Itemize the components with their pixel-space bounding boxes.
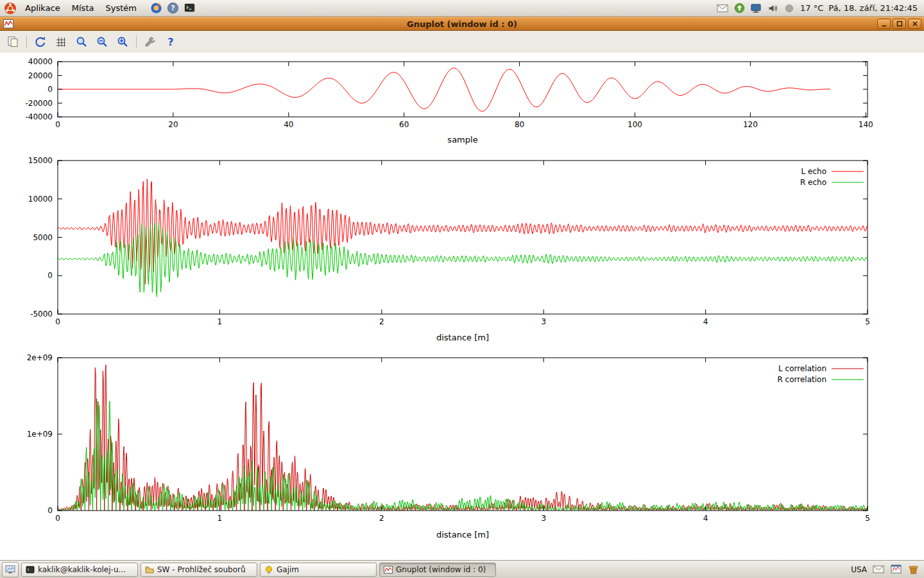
keyboard-layout-indicator[interactable]: USA	[851, 565, 867, 574]
x-tick-label: 4	[703, 317, 708, 326]
menu-system[interactable]: Systém	[99, 2, 142, 14]
titlebar-buttons	[877, 19, 924, 29]
toolbar-separator	[136, 35, 137, 48]
x-tick-label: 3	[541, 317, 546, 326]
x-tick-label: 40	[284, 120, 293, 129]
y-tick-label: 0	[47, 271, 53, 280]
zoom-next-icon[interactable]	[114, 33, 132, 51]
titlebar[interactable]: Gnuplot (window id : 0)	[0, 17, 924, 31]
y-tick-label: -20000	[25, 99, 53, 108]
task-gajim[interactable]: Gajim	[260, 563, 377, 577]
series-L-correlation	[58, 365, 868, 511]
mail-icon[interactable]	[873, 564, 884, 575]
legend-label: L correlation	[778, 364, 826, 373]
trash-icon[interactable]	[907, 564, 919, 575]
x-tick-label: 2	[379, 317, 384, 326]
legend-label: R echo	[800, 178, 826, 187]
firefox-icon[interactable]	[150, 2, 163, 15]
legend-label: L echo	[801, 167, 826, 176]
y-tick-label: 0	[47, 506, 53, 515]
maximize-button[interactable]	[893, 19, 906, 29]
x-axis-label: sample	[447, 135, 477, 144]
minimize-button[interactable]	[877, 19, 891, 29]
close-button[interactable]	[908, 19, 921, 29]
x-tick-label: 4	[703, 514, 708, 523]
replot-icon[interactable]	[31, 33, 49, 51]
window-title: Gnuplot (window id : 0)	[0, 19, 924, 29]
task-label: kaklik@kaklik-kolej-u...	[38, 565, 126, 574]
x-tick-label: 5	[865, 317, 870, 326]
series-L-echo	[58, 179, 868, 284]
copy-icon[interactable]	[4, 33, 22, 51]
gnuplot-icon	[384, 565, 393, 574]
display-icon[interactable]	[750, 3, 762, 14]
plot-area: 020406080100120140-40000-200000200004000…	[0, 53, 924, 560]
clock-label[interactable]: Pá, 18. září, 21:42:45	[828, 3, 918, 13]
chart3-border	[58, 358, 868, 511]
x-tick-label: 5	[865, 514, 870, 523]
updates-icon[interactable]	[733, 3, 745, 14]
zoom-previous-icon[interactable]	[93, 33, 111, 51]
x-tick-label: 2	[379, 514, 384, 523]
legend-label: R correlation	[777, 375, 826, 384]
task-gnuplot[interactable]: Gnuplot (window id : 0)	[379, 563, 496, 577]
charts-canvas: 020406080100120140-40000-200000200004000…	[0, 53, 924, 560]
x-tick-label: 20	[168, 120, 178, 129]
task-file-manager[interactable]: SW - Prohlížeč souborů	[141, 563, 257, 577]
terminal-icon	[26, 565, 35, 574]
x-tick-label: 1	[218, 317, 223, 326]
x-tick-label: 140	[859, 120, 873, 129]
series-chart1	[58, 68, 830, 111]
ubuntu-logo-icon[interactable]	[4, 2, 17, 15]
task-label: Gnuplot (window id : 0)	[396, 565, 486, 574]
show-desktop-button[interactable]	[2, 562, 19, 577]
series-R-echo	[58, 223, 868, 297]
y-tick-label: 15000	[28, 156, 53, 165]
temperature-label[interactable]: 17 °C	[800, 3, 823, 13]
gnuplot-window: Gnuplot (window id : 0)	[0, 17, 924, 560]
chart2-border	[58, 161, 868, 314]
menu-aplikace[interactable]: Aplikace	[19, 2, 66, 14]
chart-icon[interactable]	[890, 564, 902, 575]
x-tick-label: 60	[399, 120, 409, 129]
x-tick-label: 100	[628, 120, 642, 129]
x-tick-label: 80	[515, 120, 524, 129]
file-manager-icon	[145, 565, 154, 574]
y-tick-label: 40000	[28, 57, 53, 66]
x-tick-label: 0	[55, 514, 60, 523]
y-tick-label: 0	[47, 85, 53, 94]
help-icon[interactable]: ?	[162, 33, 180, 51]
taskbar-right: USA	[851, 564, 922, 575]
x-axis-label: distance [m]	[436, 530, 489, 539]
task-terminal[interactable]: kaklik@kaklik-kolej-u...	[21, 563, 138, 577]
volume-icon[interactable]	[767, 3, 778, 14]
taskbar: kaklik@kaklik-kolej-u... SW - Prohlížeč …	[0, 560, 924, 578]
x-tick-label: 0	[55, 317, 60, 326]
weather-icon[interactable]	[783, 3, 795, 14]
series-R-correlation	[58, 399, 868, 511]
x-axis-label: distance [m]	[436, 333, 489, 342]
task-label: Gajim	[277, 565, 299, 574]
x-tick-label: 1	[218, 514, 223, 523]
settings-icon[interactable]	[141, 33, 159, 51]
x-tick-label: 0	[55, 120, 60, 129]
menu-mista[interactable]: Místa	[66, 2, 100, 14]
x-tick-label: 120	[743, 120, 758, 129]
svg-text:?: ?	[171, 4, 175, 12]
toolbar: ?	[0, 31, 924, 53]
help-icon[interactable]: ?	[167, 2, 180, 15]
y-tick-label: -40000	[25, 112, 53, 121]
y-tick-label: 20000	[28, 71, 53, 80]
zoom-autoscale-icon[interactable]	[73, 33, 90, 51]
grid-icon[interactable]	[52, 33, 70, 51]
task-label: SW - Prohlížeč souborů	[157, 565, 246, 574]
terminal-icon[interactable]	[184, 2, 196, 15]
toolbar-separator	[26, 35, 27, 48]
top-panel: Aplikace Místa Systém ?	[0, 0, 924, 17]
panel-launchers: ?	[150, 2, 196, 15]
panel-status-area: 17 °C Pá, 18. září, 21:42:45	[717, 3, 924, 14]
ubuntu-logo-icon	[4, 2, 17, 15]
x-tick-label: 3	[541, 514, 546, 523]
gajim-icon	[264, 565, 273, 574]
mail-icon[interactable]	[717, 3, 728, 14]
